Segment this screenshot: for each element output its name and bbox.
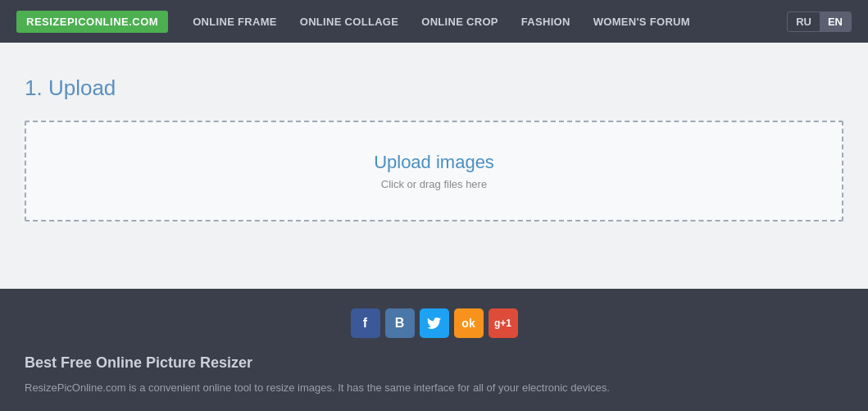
twitter-button[interactable]: [420, 308, 449, 338]
navbar: RESIZEPICONLINE.COM ONLINE FRAME ONLINE …: [0, 0, 868, 43]
lang-ru-button[interactable]: RU: [788, 12, 820, 31]
footer: f B ok g+1 Best Free Online Picture Resi…: [0, 289, 868, 411]
nav-womens-forum[interactable]: WOMEN'S FORUM: [593, 16, 690, 28]
main-content: 1. Upload Upload images Click or drag fi…: [0, 43, 868, 289]
nav-online-frame[interactable]: ONLINE FRAME: [193, 16, 277, 28]
upload-subtitle: Click or drag files here: [381, 178, 487, 190]
section-title-text: Upload: [48, 75, 116, 100]
facebook-button[interactable]: f: [351, 308, 380, 338]
odnoklassniki-button[interactable]: ok: [454, 308, 484, 338]
vkontakte-button[interactable]: B: [385, 308, 415, 338]
logo-button[interactable]: RESIZEPICONLINE.COM: [16, 11, 168, 33]
nav-online-collage[interactable]: ONLINE COLLAGE: [300, 16, 398, 28]
nav-links: ONLINE FRAME ONLINE COLLAGE ONLINE CROP …: [193, 16, 787, 28]
section-number: 1.: [25, 75, 43, 100]
footer-text: ResizePicOnline.com is a convenient onli…: [25, 380, 843, 397]
lang-switcher: RU EN: [787, 11, 852, 32]
section-title: 1. Upload: [25, 75, 843, 101]
social-bar: f B ok g+1: [25, 308, 843, 338]
upload-title: Upload images: [374, 152, 494, 173]
lang-en-button[interactable]: EN: [820, 12, 851, 31]
upload-dropzone[interactable]: Upload images Click or drag files here: [25, 121, 843, 221]
googleplus-button[interactable]: g+1: [489, 308, 518, 338]
nav-online-crop[interactable]: ONLINE CROP: [421, 16, 498, 28]
nav-fashion[interactable]: FASHION: [521, 16, 570, 28]
footer-heading: Best Free Online Picture Resizer: [25, 354, 843, 372]
